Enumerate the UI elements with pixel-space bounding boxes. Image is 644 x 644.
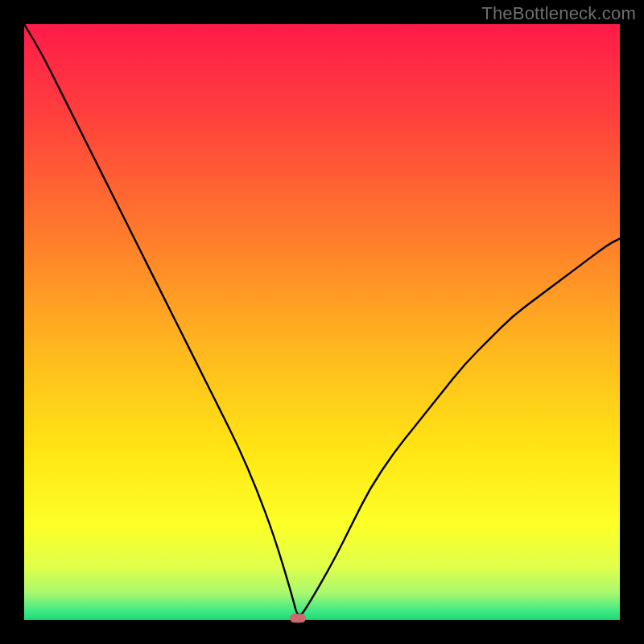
chart-frame: TheBottleneck.com: [0, 0, 644, 644]
gradient-background: [24, 24, 620, 620]
optimum-marker: [290, 614, 306, 623]
plot-svg: [24, 24, 620, 620]
plot-area: [24, 24, 620, 620]
watermark-text: TheBottleneck.com: [481, 3, 636, 24]
